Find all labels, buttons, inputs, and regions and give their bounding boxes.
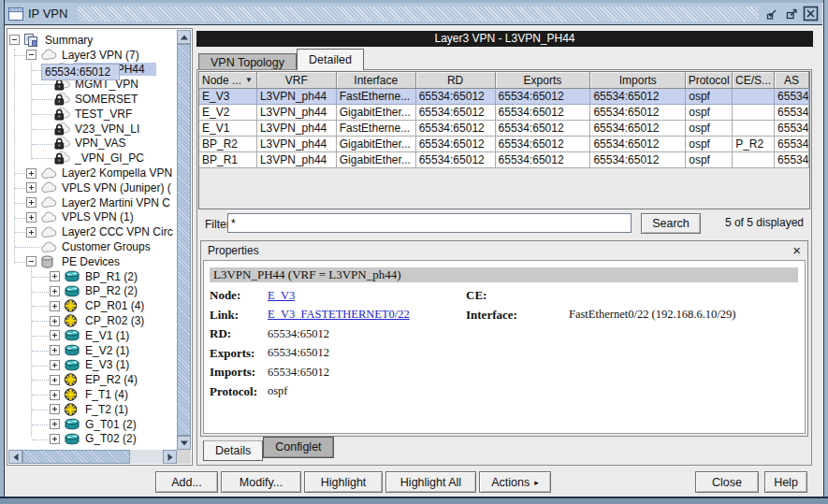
scroll-left-icon[interactable] (8, 450, 22, 464)
expand-icon[interactable] (50, 375, 60, 385)
property-label: Node: (210, 288, 268, 303)
highlight-all-button[interactable]: Highlight All (385, 471, 476, 493)
tree-item-summary[interactable]: Summary (8, 33, 177, 48)
tree-item-layer2-kompella-vpn[interactable]: Layer2 Kompella VPN (8, 166, 177, 180)
tree-item-customer-groups[interactable]: Customer Groups (8, 239, 177, 254)
property-row: Imports:65534:65012 (210, 363, 805, 382)
tree-item-v23-vpn-li[interactable]: V23_VPN_LI (8, 122, 177, 137)
expand-icon[interactable] (50, 360, 60, 370)
expand-icon[interactable] (26, 227, 36, 238)
tree-item-cp-r01-4[interactable]: CP_R01 (4) (8, 298, 177, 313)
tree-item-vpn-vas[interactable]: VPN_VAS (8, 137, 177, 151)
tree-item-somerset[interactable]: SOMERSET (8, 92, 177, 107)
tree-item-vpls-vpn-juniper[interactable]: VPLS VPN (Juniper) ( (8, 180, 177, 195)
expand-icon[interactable] (50, 316, 60, 326)
tree-item-layer2-martini-vpn-c[interactable]: Layer2 Martini VPN C (8, 195, 177, 210)
expand-icon[interactable] (50, 419, 60, 429)
tree-horizontal-scrollbar[interactable] (8, 450, 177, 464)
tree-item-vpls-vpn-1[interactable]: VPLS VPN (1) (8, 210, 177, 225)
tree-item-g-t01-2[interactable]: G_T01 (2) (8, 417, 177, 432)
table-row-bp-r1[interactable]: BP_R1L3VPN_ph44GigabitEther...65534:6501… (199, 152, 809, 168)
column-header-ce-s[interactable]: CE/S... (733, 72, 775, 89)
tree-item-bp-r1-2[interactable]: BP_R1 (2) (8, 269, 177, 284)
tree-item-vpn-gi-pc[interactable]: _VPN_GI_PC (8, 151, 177, 166)
modify-button[interactable]: Modify... (221, 471, 301, 493)
tree-item-label: F_T2 (1) (83, 403, 130, 416)
filter-input[interactable] (227, 213, 632, 233)
tree-item-pe-devices[interactable]: PE Devices (8, 254, 177, 269)
horizontal-scroll-track[interactable] (130, 450, 163, 464)
close-button[interactable]: Close (695, 471, 759, 493)
tree-item-e-v2-1[interactable]: E_V2 (1) (8, 343, 177, 358)
collapse-icon[interactable] (26, 256, 36, 266)
tab-detailed[interactable]: Detailed (297, 49, 364, 70)
cloud-icon (40, 166, 57, 180)
table-row-e-v1[interactable]: E_V1L3VPN_ph44FastEtherne...65534:650126… (199, 121, 809, 137)
tab-vpn-topology[interactable]: VPN Topology (198, 53, 297, 70)
column-header-label: RD (447, 74, 463, 87)
tree-item-e-v3-1[interactable]: E_V3 (1) (8, 358, 177, 373)
expand-icon[interactable] (50, 390, 60, 400)
table-cell: L3VPN_ph44 (257, 105, 337, 121)
column-header-label: VRF (285, 74, 308, 87)
tree-item-test-vrf[interactable]: TEST_VRF (8, 107, 177, 122)
column-header-as[interactable]: AS (775, 72, 809, 89)
expand-icon[interactable] (50, 286, 60, 296)
tree-vertical-scrollbar[interactable] (177, 30, 191, 450)
table-row-bp-r2[interactable]: BP_R2L3VPN_ph44GigabitEther...65534:6501… (199, 137, 809, 152)
table-row-e-v2[interactable]: E_V2L3VPN_ph44GigabitEther...65534:65012… (199, 105, 809, 121)
expand-icon[interactable] (26, 182, 36, 193)
maximize-button[interactable] (783, 6, 799, 22)
expand-icon[interactable] (50, 301, 60, 311)
column-header-exports[interactable]: Exports (496, 72, 591, 89)
vertical-scroll-thumb[interactable] (177, 44, 191, 436)
titlebar[interactable]: IP VPN (5, 3, 822, 25)
tab-details[interactable]: Details (203, 440, 263, 461)
scroll-right-icon[interactable] (163, 450, 177, 464)
column-header-imports[interactable]: Imports (590, 72, 686, 89)
close-icon[interactable]: × (792, 244, 801, 257)
help-button[interactable]: Help (764, 471, 807, 493)
lock-icon (53, 108, 70, 121)
collapse-icon[interactable] (26, 50, 36, 60)
collapse-icon[interactable] (9, 35, 20, 45)
link-property-value[interactable]: E_V3 (268, 289, 466, 303)
tree-item-layer2-ccc-vpn-circ[interactable]: Layer2 CCC VPN Circ (8, 224, 177, 239)
expand-icon[interactable] (26, 212, 36, 223)
tree-item-g-t02-2[interactable]: G_T02 (2) (8, 432, 177, 447)
tree-item-ep-r2-4[interactable]: EP_R2 (4) (8, 372, 177, 387)
table-row-e-v3[interactable]: E_V3L3VPN_ph44FastEtherne...65534:650126… (199, 89, 809, 105)
expand-icon[interactable] (26, 168, 36, 179)
column-header-protocol[interactable]: Protocol (686, 72, 733, 89)
minimize-button[interactable] (763, 6, 779, 22)
add-button[interactable]: Add... (155, 471, 218, 493)
tree-item-f-t1-4[interactable]: F_T1 (4) (8, 387, 177, 402)
lock-icon (53, 122, 70, 136)
expand-icon[interactable] (26, 197, 36, 208)
tree-connector (15, 188, 25, 189)
tree-item-bp-r2-2[interactable]: BP_R2 (2) (8, 284, 177, 299)
expand-icon[interactable] (50, 330, 60, 340)
horizontal-scroll-thumb[interactable] (22, 450, 130, 464)
tree-item-f-t2-1[interactable]: F_T2 (1) (8, 402, 177, 417)
column-header-vrf[interactable]: VRF (257, 72, 337, 89)
expand-icon[interactable] (50, 271, 60, 281)
link-property-value[interactable]: E_V3_FASTETHERNET0/22 (268, 308, 466, 322)
highlight-button[interactable]: Highlight (304, 471, 383, 493)
tab-configlet[interactable]: Configlet (263, 437, 333, 458)
expand-icon[interactable] (50, 404, 60, 414)
scroll-up-icon[interactable] (177, 30, 191, 44)
column-header-rd[interactable]: RD (416, 72, 496, 89)
tree-item-layer3-vpn-7[interactable]: Layer3 VPN (7) (8, 48, 177, 63)
column-header-node[interactable]: Node ...▼ (199, 72, 257, 89)
actions-button[interactable]: Actions▸ (479, 471, 551, 493)
close-button[interactable] (803, 6, 819, 22)
tree-item-e-v1-1[interactable]: E_V1 (1) (8, 328, 177, 343)
expand-icon[interactable] (50, 345, 60, 355)
tree-item-cp-r02-3[interactable]: CP_R02 (3) (8, 313, 177, 328)
expand-icon[interactable] (50, 434, 60, 444)
column-header-interface[interactable]: Interface (337, 72, 416, 89)
search-button[interactable]: Search (641, 213, 701, 234)
scroll-down-icon[interactable] (177, 436, 191, 450)
table-cell: BP_R1 (199, 152, 257, 168)
